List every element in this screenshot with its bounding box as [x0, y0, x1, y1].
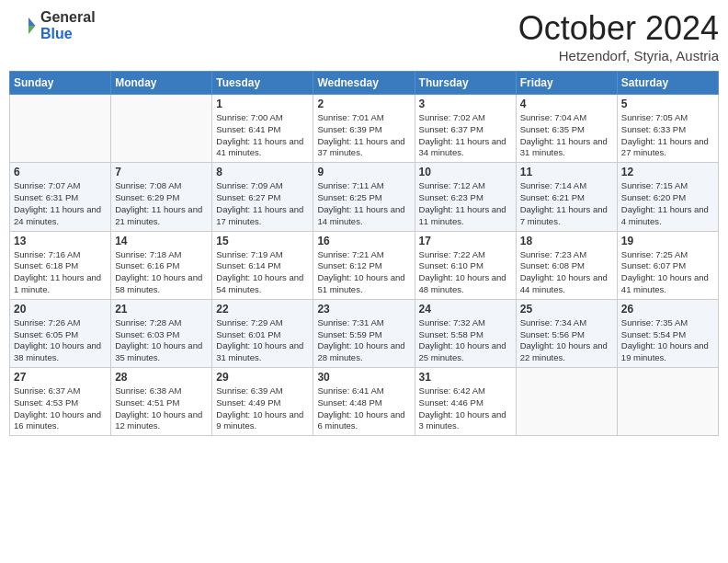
calendar-cell: 27Sunrise: 6:37 AMSunset: 4:53 PMDayligh…	[10, 368, 111, 436]
day-info: Sunrise: 7:21 AMSunset: 6:12 PMDaylight:…	[317, 249, 410, 296]
calendar-cell: 13Sunrise: 7:16 AMSunset: 6:18 PMDayligh…	[10, 231, 111, 299]
day-info: Sunrise: 7:34 AMSunset: 5:56 PMDaylight:…	[520, 317, 613, 364]
day-info: Sunrise: 7:00 AMSunset: 6:41 PMDaylight:…	[216, 112, 309, 159]
weekday-header-row: SundayMondayTuesdayWednesdayThursdayFrid…	[10, 72, 719, 95]
calendar-week-row: 13Sunrise: 7:16 AMSunset: 6:18 PMDayligh…	[10, 231, 719, 299]
day-number: 10	[419, 166, 512, 178]
day-number: 9	[317, 166, 410, 178]
day-info: Sunrise: 7:11 AMSunset: 6:25 PMDaylight:…	[317, 180, 410, 227]
calendar-cell: 3Sunrise: 7:02 AMSunset: 6:37 PMDaylight…	[415, 95, 516, 163]
weekday-header-monday: Monday	[111, 72, 212, 95]
calendar-cell: 8Sunrise: 7:09 AMSunset: 6:27 PMDaylight…	[212, 163, 313, 231]
day-number: 14	[115, 235, 208, 247]
day-info: Sunrise: 6:39 AMSunset: 4:49 PMDaylight:…	[216, 385, 309, 432]
day-info: Sunrise: 7:35 AMSunset: 5:54 PMDaylight:…	[621, 317, 714, 364]
location-title: Hetzendorf, Styria, Austria	[518, 48, 719, 63]
calendar-cell: 22Sunrise: 7:29 AMSunset: 6:01 PMDayligh…	[212, 299, 313, 367]
calendar-week-row: 6Sunrise: 7:07 AMSunset: 6:31 PMDaylight…	[10, 163, 719, 231]
day-info: Sunrise: 7:16 AMSunset: 6:18 PMDaylight:…	[14, 249, 107, 296]
day-number: 24	[419, 303, 512, 316]
day-number: 4	[520, 98, 613, 110]
day-number: 30	[317, 371, 410, 384]
calendar-cell: 1Sunrise: 7:00 AMSunset: 6:41 PMDaylight…	[212, 95, 313, 163]
calendar-cell: 5Sunrise: 7:05 AMSunset: 6:33 PMDaylight…	[617, 95, 718, 163]
weekday-header-saturday: Saturday	[617, 72, 718, 95]
weekday-header-thursday: Thursday	[415, 72, 516, 95]
day-info: Sunrise: 6:37 AMSunset: 4:53 PMDaylight:…	[14, 385, 107, 432]
svg-marker-0	[28, 17, 36, 26]
logo-blue-text: Blue	[40, 26, 96, 42]
day-info: Sunrise: 7:22 AMSunset: 6:10 PMDaylight:…	[419, 249, 512, 296]
calendar-cell: 29Sunrise: 6:39 AMSunset: 4:49 PMDayligh…	[212, 368, 313, 436]
calendar-cell: 10Sunrise: 7:12 AMSunset: 6:23 PMDayligh…	[415, 163, 516, 231]
calendar-cell: 21Sunrise: 7:28 AMSunset: 6:03 PMDayligh…	[111, 299, 212, 367]
day-number: 17	[419, 235, 512, 247]
day-info: Sunrise: 7:08 AMSunset: 6:29 PMDaylight:…	[115, 180, 208, 227]
calendar-cell: 20Sunrise: 7:26 AMSunset: 6:05 PMDayligh…	[10, 299, 111, 367]
calendar-cell: 7Sunrise: 7:08 AMSunset: 6:29 PMDaylight…	[111, 163, 212, 231]
weekday-header-friday: Friday	[516, 72, 617, 95]
day-number: 31	[419, 371, 512, 384]
day-number: 15	[216, 235, 309, 247]
day-number: 28	[115, 371, 208, 384]
calendar-table: SundayMondayTuesdayWednesdayThursdayFrid…	[9, 71, 719, 436]
calendar-cell: 31Sunrise: 6:42 AMSunset: 4:46 PMDayligh…	[415, 368, 516, 436]
logo: General Blue	[9, 9, 96, 41]
day-number: 26	[621, 303, 714, 316]
calendar-cell: 6Sunrise: 7:07 AMSunset: 6:31 PMDaylight…	[10, 163, 111, 231]
calendar-cell: 18Sunrise: 7:23 AMSunset: 6:08 PMDayligh…	[516, 231, 617, 299]
calendar-cell: 12Sunrise: 7:15 AMSunset: 6:20 PMDayligh…	[617, 163, 718, 231]
day-number: 27	[14, 371, 107, 384]
svg-marker-1	[28, 26, 36, 34]
calendar-cell: 15Sunrise: 7:19 AMSunset: 6:14 PMDayligh…	[212, 231, 313, 299]
day-info: Sunrise: 7:12 AMSunset: 6:23 PMDaylight:…	[419, 180, 512, 227]
day-info: Sunrise: 7:02 AMSunset: 6:37 PMDaylight:…	[419, 112, 512, 159]
day-info: Sunrise: 6:41 AMSunset: 4:48 PMDaylight:…	[317, 385, 410, 432]
calendar-cell: 25Sunrise: 7:34 AMSunset: 5:56 PMDayligh…	[516, 299, 617, 367]
calendar-cell: 30Sunrise: 6:41 AMSunset: 4:48 PMDayligh…	[313, 368, 415, 436]
title-area: October 2024 Hetzendorf, Styria, Austria	[518, 9, 719, 63]
weekday-header-wednesday: Wednesday	[313, 72, 415, 95]
day-number: 18	[520, 235, 613, 247]
calendar-cell	[111, 95, 212, 163]
calendar-week-row: 20Sunrise: 7:26 AMSunset: 6:05 PMDayligh…	[10, 299, 719, 367]
day-info: Sunrise: 7:14 AMSunset: 6:21 PMDaylight:…	[520, 180, 613, 227]
day-number: 5	[621, 98, 714, 110]
day-number: 6	[14, 166, 107, 178]
day-info: Sunrise: 7:29 AMSunset: 6:01 PMDaylight:…	[216, 317, 309, 364]
day-info: Sunrise: 7:15 AMSunset: 6:20 PMDaylight:…	[621, 180, 714, 227]
day-info: Sunrise: 6:38 AMSunset: 4:51 PMDaylight:…	[115, 385, 208, 432]
logo-general-text: General	[40, 9, 96, 26]
day-info: Sunrise: 7:01 AMSunset: 6:39 PMDaylight:…	[317, 112, 410, 159]
day-number: 19	[621, 235, 714, 247]
day-info: Sunrise: 7:19 AMSunset: 6:14 PMDaylight:…	[216, 249, 309, 296]
day-number: 1	[216, 98, 309, 110]
month-title: October 2024	[518, 9, 719, 48]
header: General Blue October 2024 Hetzendorf, St…	[9, 9, 719, 63]
day-info: Sunrise: 7:31 AMSunset: 5:59 PMDaylight:…	[317, 317, 410, 364]
calendar-cell: 9Sunrise: 7:11 AMSunset: 6:25 PMDaylight…	[313, 163, 415, 231]
day-info: Sunrise: 7:04 AMSunset: 6:35 PMDaylight:…	[520, 112, 613, 159]
weekday-header-tuesday: Tuesday	[212, 72, 313, 95]
day-info: Sunrise: 7:28 AMSunset: 6:03 PMDaylight:…	[115, 317, 208, 364]
day-number: 20	[14, 303, 107, 316]
calendar-week-row: 1Sunrise: 7:00 AMSunset: 6:41 PMDaylight…	[10, 95, 719, 163]
day-number: 12	[621, 166, 714, 178]
day-info: Sunrise: 7:26 AMSunset: 6:05 PMDaylight:…	[14, 317, 107, 364]
day-info: Sunrise: 7:05 AMSunset: 6:33 PMDaylight:…	[621, 112, 714, 159]
calendar-cell: 26Sunrise: 7:35 AMSunset: 5:54 PMDayligh…	[617, 299, 718, 367]
day-number: 25	[520, 303, 613, 316]
calendar-cell	[516, 368, 617, 436]
day-info: Sunrise: 7:18 AMSunset: 6:16 PMDaylight:…	[115, 249, 208, 296]
calendar-cell: 17Sunrise: 7:22 AMSunset: 6:10 PMDayligh…	[415, 231, 516, 299]
calendar-cell: 23Sunrise: 7:31 AMSunset: 5:59 PMDayligh…	[313, 299, 415, 367]
calendar-cell	[617, 368, 718, 436]
day-number: 7	[115, 166, 208, 178]
day-info: Sunrise: 7:09 AMSunset: 6:27 PMDaylight:…	[216, 180, 309, 227]
day-info: Sunrise: 7:23 AMSunset: 6:08 PMDaylight:…	[520, 249, 613, 296]
day-number: 16	[317, 235, 410, 247]
day-number: 3	[419, 98, 512, 110]
calendar-cell: 4Sunrise: 7:04 AMSunset: 6:35 PMDaylight…	[516, 95, 617, 163]
day-number: 23	[317, 303, 410, 316]
day-number: 29	[216, 371, 309, 384]
